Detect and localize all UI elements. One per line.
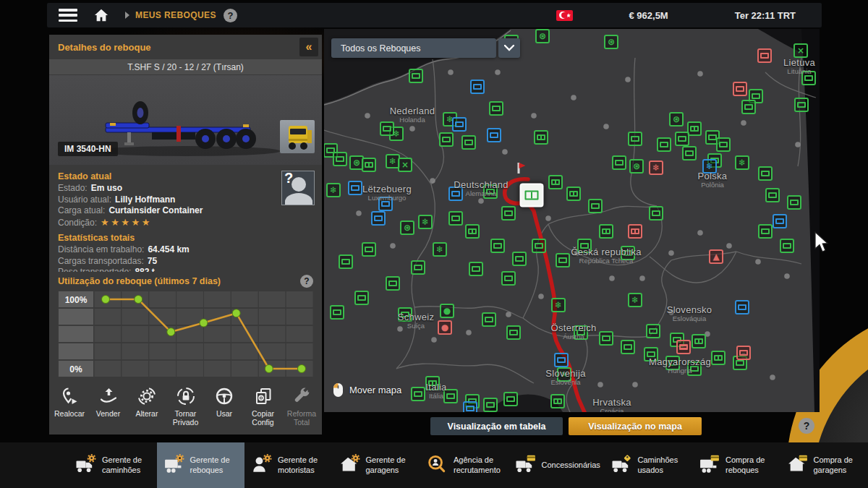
map-trailer-icon[interactable] bbox=[448, 211, 463, 226]
collapse-panel-button[interactable]: « bbox=[299, 38, 318, 56]
map-trailer-icon[interactable] bbox=[487, 128, 501, 142]
map-trailer-icon[interactable]: ● bbox=[438, 320, 452, 335]
map-trailer-icon[interactable] bbox=[411, 260, 425, 275]
map-trailer-icon[interactable]: ⊛ bbox=[535, 29, 550, 43]
map-trailer-icon[interactable] bbox=[687, 121, 702, 136]
map-trailer-icon[interactable] bbox=[425, 376, 440, 390]
map-trailer-icon[interactable] bbox=[599, 331, 613, 346]
action-button-usar[interactable]: Usar bbox=[206, 387, 243, 418]
map-trailer-icon[interactable] bbox=[644, 347, 658, 361]
map-trailer-icon[interactable]: ❄ bbox=[702, 159, 717, 174]
map-trailer-icon[interactable] bbox=[465, 224, 480, 239]
map-trailer-icon[interactable] bbox=[550, 394, 565, 408]
map-trailer-icon[interactable] bbox=[362, 158, 376, 172]
map-help-button[interactable]: ? bbox=[799, 418, 814, 434]
menu-icon[interactable] bbox=[59, 9, 77, 22]
map-trailer-icon[interactable] bbox=[780, 239, 794, 253]
map-trailer-icon[interactable] bbox=[794, 98, 809, 112]
nav-item-compra-de-garagens[interactable]: Compra de garagens bbox=[780, 442, 868, 488]
map-trailer-icon[interactable] bbox=[439, 132, 454, 147]
map-trailer-icon[interactable] bbox=[657, 137, 671, 152]
map-trailer-icon[interactable] bbox=[469, 262, 483, 276]
map-trailer-icon[interactable] bbox=[501, 206, 516, 221]
trailer-filter-dropdown[interactable]: Todos os Reboques bbox=[331, 38, 496, 58]
map-trailer-icon[interactable] bbox=[548, 175, 563, 189]
map-trailer-icon[interactable] bbox=[621, 340, 635, 354]
map-trailer-icon[interactable] bbox=[682, 146, 697, 160]
action-button-vender[interactable]: Vender bbox=[90, 387, 127, 418]
map-trailer-icon[interactable] bbox=[676, 340, 691, 354]
map-trailer-icon[interactable]: ❄ bbox=[551, 298, 566, 312]
map-trailer-icon[interactable] bbox=[371, 211, 386, 226]
map-trailer-icon[interactable] bbox=[735, 300, 749, 314]
map-trailer-icon[interactable]: ❄ bbox=[418, 215, 433, 229]
map-trailer-icon[interactable] bbox=[482, 312, 496, 327]
map-trailer-icon[interactable] bbox=[339, 254, 353, 269]
help-button[interactable]: ? bbox=[224, 9, 237, 22]
map-trailer-icon[interactable] bbox=[483, 184, 498, 199]
map-trailer-icon[interactable] bbox=[599, 224, 613, 239]
map-trailer-icon[interactable] bbox=[765, 188, 780, 202]
map-trailer-icon[interactable] bbox=[733, 82, 747, 96]
map-trailer-icon[interactable] bbox=[716, 137, 731, 152]
map-trailer-icon[interactable]: ❄ bbox=[649, 160, 663, 175]
breadcrumb[interactable]: MEUS REBOQUES bbox=[135, 10, 216, 20]
map-trailer-icon[interactable] bbox=[483, 398, 498, 412]
map-trailer-icon[interactable]: × bbox=[793, 43, 808, 58]
map-trailer-icon[interactable] bbox=[736, 346, 751, 360]
map-trailer-icon[interactable]: ❄ bbox=[326, 183, 341, 197]
nav-item-gerente-de-motoristas[interactable]: Gerente de motoristas bbox=[244, 442, 333, 488]
map-trailer-icon[interactable] bbox=[556, 253, 570, 267]
map-trailer-icon[interactable]: ▲ bbox=[709, 249, 723, 264]
map-trailer-icon[interactable] bbox=[503, 392, 518, 406]
map-trailer-icon[interactable] bbox=[463, 401, 477, 412]
map-trailer-icon[interactable]: ⊛ bbox=[669, 112, 684, 127]
map-canvas[interactable]: NederlandHolandaLëtzebuergLuxemburgoDeut… bbox=[324, 29, 820, 412]
map-trailer-icon[interactable] bbox=[577, 239, 592, 253]
map-trailer-icon[interactable] bbox=[566, 187, 581, 201]
map-trailer-icon[interactable] bbox=[801, 71, 816, 85]
map-trailer-icon[interactable]: ❄ bbox=[735, 155, 749, 170]
nav-item-gerente-de-reboques[interactable]: Gerente de reboques bbox=[157, 442, 245, 488]
map-trailer-icon[interactable] bbox=[411, 387, 425, 401]
dropdown-chevron-button[interactable] bbox=[498, 38, 520, 58]
map-trailer-icon[interactable]: ❄ bbox=[628, 293, 642, 307]
map-trailer-icon[interactable] bbox=[665, 356, 680, 370]
map-trailer-icon[interactable] bbox=[574, 325, 588, 340]
map-trailer-icon[interactable] bbox=[621, 246, 635, 260]
map-trailer-icon[interactable] bbox=[787, 195, 801, 210]
map-view-button[interactable]: Visualização no mapa bbox=[569, 417, 702, 435]
map-trailer-icon[interactable] bbox=[333, 152, 347, 166]
map-trailer-icon[interactable] bbox=[646, 324, 660, 338]
map-trailer-icon[interactable]: ● bbox=[440, 304, 454, 318]
map-trailer-icon[interactable] bbox=[711, 351, 726, 365]
map-trailer-icon[interactable] bbox=[362, 242, 376, 257]
nav-item-compra-de-reboques[interactable]: Compra de reboques bbox=[692, 442, 780, 488]
nav-item-gerente-de-garagens[interactable]: Gerente de garagens bbox=[333, 442, 421, 488]
assigned-truck-thumbnail[interactable] bbox=[280, 120, 315, 153]
map-trailer-icon[interactable]: ⊛ bbox=[604, 35, 618, 49]
map-trailer-icon[interactable] bbox=[532, 239, 546, 253]
map-trailer-icon[interactable] bbox=[506, 325, 521, 340]
map-trailer-icon[interactable] bbox=[443, 389, 458, 403]
selected-trailer-icon[interactable] bbox=[520, 184, 544, 207]
map-trailer-icon[interactable] bbox=[758, 166, 773, 181]
table-view-button[interactable]: Visualização em tabela bbox=[430, 417, 563, 435]
action-button-alterar[interactable]: Alterar bbox=[129, 387, 166, 418]
map-trailer-icon[interactable]: ⊛ bbox=[629, 159, 644, 174]
map-trailer-icon[interactable] bbox=[692, 334, 706, 348]
map-trailer-icon[interactable] bbox=[386, 276, 400, 291]
home-icon[interactable] bbox=[93, 8, 109, 22]
map-trailer-icon[interactable] bbox=[758, 224, 773, 239]
map-trailer-icon[interactable]: ❄ bbox=[433, 242, 447, 257]
nav-item-concession-rias[interactable]: Concessionárias bbox=[509, 442, 605, 488]
map-trailer-icon[interactable] bbox=[330, 305, 344, 320]
map-trailer-icon[interactable] bbox=[409, 69, 423, 83]
map-trailer-icon[interactable] bbox=[757, 48, 772, 63]
nav-item-ag-ncia-de-recrutamento[interactable]: Agência de recrutamento bbox=[420, 442, 509, 488]
map-trailer-icon[interactable] bbox=[470, 80, 485, 94]
map-trailer-icon[interactable] bbox=[612, 155, 626, 170]
map-trailer-icon[interactable] bbox=[461, 135, 476, 150]
map-trailer-icon[interactable] bbox=[773, 214, 787, 228]
map-trailer-icon[interactable]: ⊛ bbox=[400, 221, 414, 235]
